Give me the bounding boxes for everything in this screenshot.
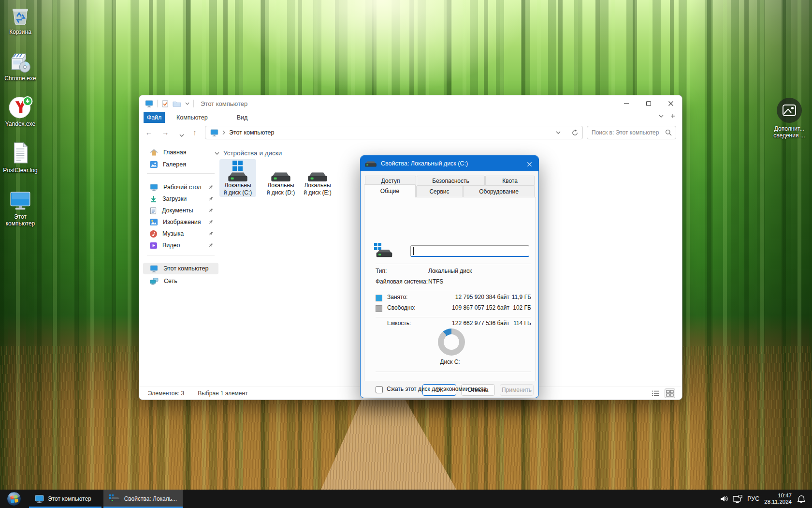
close-button[interactable] bbox=[660, 95, 682, 112]
details-view-button[interactable] bbox=[650, 388, 661, 398]
compress-checkbox[interactable] bbox=[376, 386, 383, 393]
filesystem-row: Файловая система:NTFS bbox=[376, 278, 531, 288]
desktop-icon-label: PostClear.log bbox=[3, 167, 37, 174]
tab-hardware[interactable]: Оборудование bbox=[463, 186, 535, 197]
ribbon-tab-computer[interactable]: Компьютер bbox=[169, 112, 216, 123]
desktop-icon-recycle-bin[interactable]: Корзина bbox=[0, 4, 41, 35]
desktop-icon-info[interactable]: Дополнит...сведения ... bbox=[769, 97, 810, 139]
ribbon-expand-chevron-icon[interactable] bbox=[659, 115, 664, 118]
window-title: Этот компьютер bbox=[201, 100, 247, 107]
free-color-swatch bbox=[376, 305, 382, 312]
drive-icon bbox=[227, 171, 248, 182]
system-tray: РУС 10:47 28.11.2024 bbox=[720, 490, 812, 508]
sidebar-item-this-pc[interactable]: Этот компьютер bbox=[143, 263, 218, 274]
sidebar-item-gallery[interactable]: Галерея bbox=[143, 159, 218, 170]
minimize-button[interactable] bbox=[615, 95, 638, 112]
taskbar-task-properties[interactable]: Свойства: Локаль... bbox=[103, 490, 183, 508]
explorer-titlebar[interactable]: Этот компьютер bbox=[139, 95, 682, 112]
forward-button[interactable]: → bbox=[160, 127, 171, 138]
broken-image-icon bbox=[776, 97, 803, 124]
pin-icon bbox=[207, 184, 214, 191]
drive-c-icon bbox=[226, 161, 249, 182]
type-row: Тип:Локальный диск bbox=[376, 268, 531, 277]
desktop-icon-yandex-installer[interactable]: Yandex.exe bbox=[0, 94, 41, 127]
drive-tile-d[interactable]: Локальный диск (D:) bbox=[262, 159, 299, 197]
address-dropdown-chevron-icon[interactable] bbox=[556, 131, 561, 134]
separator bbox=[376, 372, 531, 372]
start-button[interactable] bbox=[7, 492, 21, 506]
computer-icon bbox=[145, 100, 153, 107]
sidebar-item-home[interactable]: Главная bbox=[143, 147, 218, 158]
sidebar-item-documents[interactable]: Документы bbox=[143, 205, 218, 216]
address-bar[interactable]: Этот компьютер bbox=[205, 126, 583, 139]
time: 10:47 bbox=[764, 493, 792, 499]
drive-tile-e[interactable]: Локальный диск (E:) bbox=[299, 159, 336, 197]
used-space-row: Занято: 12 795 920 384 байт 11,9 ГБ bbox=[376, 294, 531, 303]
separator bbox=[193, 100, 194, 107]
recent-locations-chevron-icon[interactable] bbox=[176, 129, 188, 140]
properties-check-icon[interactable] bbox=[161, 100, 169, 107]
refresh-icon[interactable] bbox=[571, 129, 579, 136]
dialog-close-button[interactable] bbox=[525, 160, 534, 168]
new-folder-icon[interactable] bbox=[173, 100, 181, 107]
ribbon-tab-view[interactable]: Вид bbox=[229, 112, 256, 123]
sidebar-item-pictures[interactable]: Изображения bbox=[143, 216, 218, 228]
search-box[interactable]: Поиск в: Этот компьютер bbox=[587, 126, 676, 139]
sidebar-item-music[interactable]: Музыка bbox=[143, 228, 218, 239]
yandex-icon bbox=[8, 94, 33, 119]
network-display-icon[interactable] bbox=[733, 495, 742, 503]
desktop-icon-postclear-log[interactable]: PostClear.log bbox=[0, 140, 41, 174]
desktop-icon-label: Chrome.exe bbox=[4, 75, 36, 82]
drive-tile-c[interactable]: Локальный диск (C:) bbox=[219, 159, 256, 197]
free-space-row: Свободно: 109 867 057 152 байт 102 ГБ bbox=[376, 304, 531, 314]
network-icon bbox=[150, 278, 159, 285]
ribbon-right-controls bbox=[659, 114, 675, 119]
tab-security[interactable]: Безопасность bbox=[417, 176, 485, 186]
pin-icon bbox=[207, 231, 214, 237]
dialog-title: Свойства: Локальный диск (C:) bbox=[381, 160, 468, 167]
tab-tools[interactable]: Сервис bbox=[416, 186, 463, 197]
taskbar-task-this-pc[interactable]: Этот компьютер bbox=[29, 490, 102, 508]
windows-logo-icon bbox=[232, 161, 243, 171]
address-bar-controls bbox=[556, 129, 579, 136]
drive-c-icon bbox=[374, 243, 395, 258]
desktop-icon-chrome-installer[interactable]: Chrome.exe bbox=[0, 49, 41, 82]
separator bbox=[157, 100, 158, 107]
breadcrumb-chevron-icon bbox=[222, 130, 225, 135]
address-text: Этот компьютер bbox=[229, 129, 274, 136]
computer-icon bbox=[210, 129, 218, 136]
desktop-screen: Корзина Chrome.exe Yandex.exe Po bbox=[0, 0, 812, 508]
clock[interactable]: 10:47 28.11.2024 bbox=[764, 493, 792, 506]
icons-view-button[interactable] bbox=[665, 388, 675, 398]
add-tab-icon[interactable] bbox=[670, 114, 675, 119]
language-indicator[interactable]: РУС bbox=[747, 495, 759, 502]
computer-icon bbox=[8, 190, 32, 212]
dialog-titlebar[interactable]: Свойства: Локальный диск (C:) bbox=[361, 156, 538, 171]
tab-quota[interactable]: Квота bbox=[485, 176, 535, 186]
tab-general[interactable]: Общие bbox=[364, 184, 416, 197]
dialog-tabs-front-row: Общие Сервис Оборудование bbox=[364, 186, 535, 197]
chevron-down-icon[interactable] bbox=[185, 102, 189, 105]
up-button[interactable]: ↑ bbox=[189, 127, 201, 138]
gallery-icon bbox=[150, 161, 158, 168]
sidebar-item-network[interactable]: Сеть bbox=[143, 275, 218, 287]
section-header-devices-and-drives[interactable]: Устройства и диски bbox=[215, 149, 282, 157]
compress-checkbox-row[interactable]: Сжать этот диск для экономии места bbox=[376, 386, 528, 393]
maximize-button[interactable] bbox=[638, 95, 660, 112]
volume-icon[interactable] bbox=[720, 495, 728, 503]
notifications-bell-icon[interactable] bbox=[797, 494, 806, 503]
taskbar: Этот компьютер Свойства: Локаль... РУС 1… bbox=[0, 490, 812, 508]
desktop-icon-this-pc[interactable]: Этот компьютер bbox=[0, 190, 41, 227]
back-button[interactable]: ← bbox=[143, 127, 155, 138]
drive-c-icon bbox=[109, 494, 120, 503]
sidebar-item-downloads[interactable]: Загрузки bbox=[143, 193, 218, 205]
ribbon-tab-file[interactable]: Файл bbox=[144, 112, 165, 123]
volume-label-input[interactable] bbox=[410, 245, 529, 257]
capacity-row: Емкость: 122 662 977 536 байт 114 ГБ bbox=[376, 320, 531, 329]
drive-icon bbox=[110, 496, 121, 503]
download-icon bbox=[150, 195, 157, 203]
sidebar-item-desktop[interactable]: Рабочий стол bbox=[143, 181, 218, 193]
desktop-icon bbox=[150, 184, 158, 191]
sidebar-item-videos[interactable]: Видео bbox=[143, 239, 218, 251]
separator bbox=[376, 317, 531, 317]
